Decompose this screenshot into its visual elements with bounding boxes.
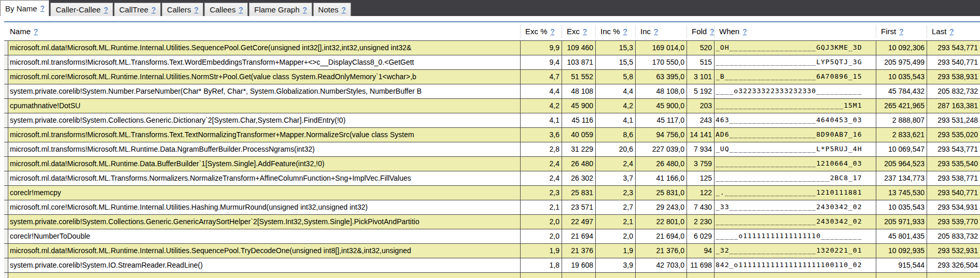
column-help-link[interactable]: ? (710, 27, 714, 36)
name-cell: cpumathnative!DotSU (8, 99, 521, 113)
column-header-label: Last (932, 27, 946, 36)
column-help-link[interactable]: ? (899, 27, 903, 36)
grid-body: microsoft.ml.data!Microsoft.ML.Runtime.I… (4, 40, 980, 273)
column-header[interactable]: Inc ? (636, 25, 687, 38)
table-row[interactable]: microsoft.ml.data!Microsoft.ML.Runtime.I… (4, 41, 980, 55)
inc-pct-cell: 15,5 (596, 55, 636, 69)
tab-help-link[interactable]: ? (151, 6, 156, 14)
when-histogram-cell: ______________________2430342_02 (715, 215, 876, 229)
column-help-link[interactable]: ? (743, 27, 747, 36)
column-header[interactable]: Fold ? (687, 25, 715, 38)
tab-help-link[interactable]: ? (342, 6, 346, 14)
row-gutter (4, 186, 8, 200)
column-header-label: First (881, 27, 896, 36)
column-help-link[interactable]: ? (623, 27, 627, 36)
tab[interactable]: Caller-Callee ? (50, 3, 113, 16)
row-gutter (4, 113, 8, 127)
exc-cell: 25 831 (562, 186, 596, 200)
exc-cell: 51 552 (562, 70, 596, 84)
name-cell: system.private.corelib!System.IO.StreamR… (8, 258, 521, 272)
fold-cell: 7 934 (687, 142, 715, 156)
first-cell: 265 421,965 (876, 99, 927, 113)
tab[interactable]: Callees ? (204, 3, 248, 16)
table-row[interactable]: coreclr!NumberToDouble 2,0 21 694 2,0 21… (4, 229, 980, 244)
inc-pct-cell: 20,6 (596, 142, 636, 156)
exc-cell: 22 497 (562, 215, 596, 229)
row-gutter (4, 258, 8, 272)
first-cell: 205 964,523 (876, 157, 927, 171)
table-row[interactable]: system.private.corelib!System.IO.StreamR… (4, 258, 980, 273)
exc-cell: 40 059 (562, 128, 596, 142)
row-gutter (4, 273, 8, 278)
tab-help-link[interactable]: ? (104, 6, 108, 14)
name-cell: microsoft.ml.data!Microsoft.ML.Transform… (8, 171, 521, 185)
column-help-link[interactable]: ? (551, 27, 555, 36)
column-header[interactable]: Last ? (927, 25, 980, 38)
exc-pct-cell: 1,9 (521, 244, 562, 258)
exc-pct-cell: 4,1 (521, 113, 562, 127)
tab-help-link[interactable]: ? (239, 6, 243, 14)
inc-cell: 25 831,0 (636, 186, 687, 200)
when-histogram-cell: 842_o111111111111111111100110_02 (715, 258, 876, 272)
tab-help-link[interactable]: ? (303, 6, 307, 14)
tab-label: Callees (209, 5, 235, 14)
table-row[interactable]: system.private.corelib!System.Number.Par… (4, 84, 980, 99)
exc-cell: 26 302 (562, 171, 596, 185)
tab[interactable]: CallTree ? (114, 3, 161, 16)
table-row[interactable]: system.private.corelib!System.Collection… (4, 113, 980, 128)
table-row[interactable]: system.private.corelib!System.Collection… (4, 215, 980, 229)
column-header-label: Fold (692, 27, 707, 36)
when-histogram-cell: ______________________LYP5QTJ_3G (715, 55, 876, 69)
tab[interactable]: Notes ? (313, 3, 351, 16)
exc-pct-cell: 2,4 (521, 157, 562, 171)
inc-cell: 227 039,0 (636, 142, 687, 156)
table-row[interactable]: microsoft.ml.transforms!Microsoft.ML.Tra… (4, 128, 980, 142)
inc-cell: 45 900,0 (636, 99, 687, 113)
row-gutter (4, 55, 8, 69)
tab[interactable]: Flame Graph ? (249, 3, 312, 16)
inc-cell: 170 550,0 (636, 55, 687, 69)
column-help-link[interactable]: ? (34, 27, 38, 36)
when-histogram-cell: _UQ___________________L*P5RUJ_4H (715, 142, 876, 156)
table-row[interactable]: microsoft.ml.transforms!Microsoft.ML.Tra… (4, 55, 980, 70)
tab[interactable]: Callers ? (162, 3, 203, 16)
exc-cell: 48 108 (562, 84, 596, 98)
column-header-label: Inc (640, 27, 651, 36)
column-help-link[interactable]: ? (949, 27, 954, 36)
inc-pct-cell: 4,2 (596, 99, 636, 113)
column-header[interactable]: Name ? (8, 25, 521, 38)
profiler-window: By Name ? Caller-Callee ? CallTree ? Cal… (0, 0, 980, 278)
tab[interactable]: By Name ? (0, 0, 49, 16)
tab-help-link[interactable]: ? (194, 6, 199, 14)
table-row[interactable]: cpumathnative!DotSU 4,2 45 900 4,2 45 90… (4, 99, 980, 113)
last-cell: 293 535,540 (927, 157, 980, 171)
row-gutter (4, 244, 8, 258)
table-row[interactable]: microsoft.ml.transforms!Microsoft.ML.Run… (4, 142, 980, 157)
table-row[interactable]: microsoft.ml.core!Microsoft.ML.Runtime.I… (4, 70, 980, 84)
table-row[interactable]: microsoft.ml.data!Microsoft.ML.Runtime.D… (4, 157, 980, 171)
table-row[interactable]: coreclr!memcpy 2,3 25 831 2,3 25 831,0 1… (4, 186, 980, 200)
column-header[interactable]: Inc % ? (596, 25, 636, 38)
fold-cell: 3 759 (687, 157, 715, 171)
column-header[interactable]: Exc % ? (521, 25, 562, 38)
exc-pct-cell: 2,1 (521, 200, 562, 214)
column-header[interactable]: Exc ? (562, 25, 596, 38)
column-header[interactable]: First ? (876, 25, 927, 38)
inc-cell: 169 014,0 (636, 41, 687, 55)
inc-pct-cell: 2,3 (596, 186, 636, 200)
name-cell: system.private.corelib!System.Collection… (8, 113, 521, 127)
tab-help-link[interactable]: ? (40, 4, 45, 12)
inc-cell: 94 756,0 (636, 128, 687, 142)
fold-cell: 125 (687, 171, 715, 185)
table-row[interactable]: microsoft.ml.core!Microsoft.ML.Runtime.I… (4, 200, 980, 215)
first-cell: 237 134,773 (876, 171, 927, 185)
fold-cell: 515 (687, 55, 715, 69)
table-row[interactable]: microsoft.ml.data!Microsoft.ML.Runtime.I… (4, 244, 980, 258)
column-help-link[interactable]: ? (583, 27, 587, 36)
exc-cell: 103 871 (562, 55, 596, 69)
column-help-link[interactable]: ? (654, 27, 658, 36)
column-header[interactable]: When ? (715, 25, 876, 38)
inc-pct-cell: 2,1 (596, 215, 636, 229)
table-row[interactable]: microsoft.ml.data!Microsoft.ML.Transform… (4, 171, 980, 186)
column-header-label: Name (10, 27, 31, 36)
